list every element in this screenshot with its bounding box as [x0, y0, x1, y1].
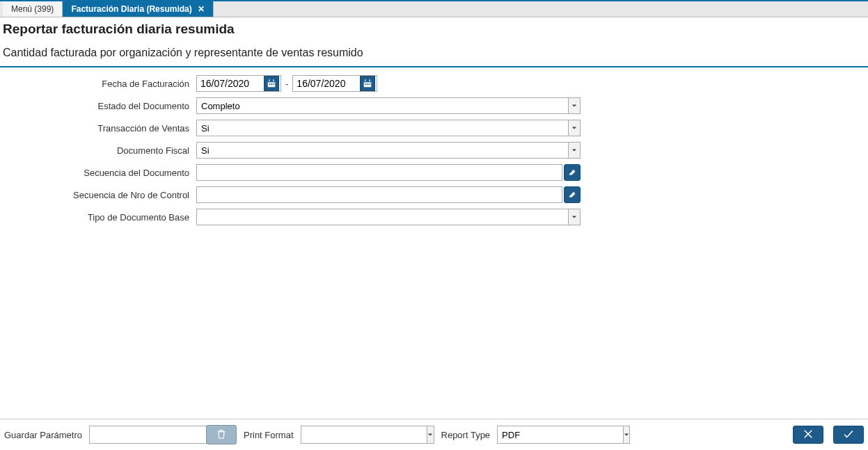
label-transaccion-ventas: Transacción de Ventas — [3, 123, 196, 134]
tab-facturacion-label: Facturación Diaria (Resumida) — [71, 4, 191, 14]
page-title: Reportar facturación diaria resumida — [3, 22, 865, 37]
svg-rect-3 — [273, 79, 274, 81]
combo-transaccion-ventas[interactable] — [196, 120, 581, 136]
page-header: Reportar facturación diaria resumida Can… — [0, 17, 868, 67]
input-report-type[interactable] — [497, 426, 623, 444]
form-area: Fecha de Facturación - Estado del Docume… — [0, 67, 868, 419]
ok-button[interactable] — [833, 426, 864, 444]
cancel-button[interactable] — [793, 426, 823, 444]
input-secuencia-nro-control[interactable] — [196, 186, 562, 203]
calendar-icon[interactable] — [360, 76, 375, 91]
svg-rect-5 — [271, 83, 272, 85]
label-documento-fiscal: Documento Fiscal — [3, 145, 196, 156]
tab-menu-label: Menú (399) — [11, 4, 54, 14]
label-report-type: Report Type — [441, 430, 491, 440]
chevron-down-icon[interactable] — [427, 426, 434, 444]
svg-rect-4 — [269, 83, 271, 85]
tab-menu[interactable]: Menú (399) — [3, 1, 63, 17]
close-icon — [802, 428, 814, 442]
calendar-icon[interactable] — [264, 76, 279, 91]
tab-bar: Menú (399) Facturación Diaria (Resumida)… — [0, 0, 868, 17]
page-subtitle: Cantidad facturada por organización y re… — [3, 47, 865, 59]
input-tipo-documento-base[interactable] — [196, 209, 568, 225]
row-fecha-facturacion: Fecha de Facturación - — [3, 74, 865, 93]
footer-bar: Guardar Parámetro Print Format Report Ty… — [0, 419, 868, 450]
input-estado-documento[interactable] — [196, 97, 568, 114]
svg-rect-11 — [365, 83, 367, 85]
label-print-format: Print Format — [244, 430, 294, 440]
row-transaccion-ventas: Transacción de Ventas — [3, 119, 865, 137]
svg-rect-6 — [273, 83, 274, 85]
chevron-down-icon[interactable] — [623, 426, 630, 444]
input-secuencia-documento[interactable] — [196, 164, 562, 181]
combo-print-format[interactable] — [301, 426, 434, 444]
svg-rect-13 — [370, 83, 371, 85]
svg-rect-12 — [368, 83, 369, 85]
combo-estado-documento[interactable] — [196, 97, 581, 114]
svg-rect-8 — [364, 81, 372, 82]
combo-guardar-parametro[interactable] — [89, 426, 199, 444]
row-documento-fiscal: Documento Fiscal — [3, 141, 865, 159]
delete-button[interactable] — [206, 425, 237, 444]
label-tipo-documento-base: Tipo de Documento Base — [3, 212, 196, 223]
eraser-icon[interactable] — [564, 186, 581, 203]
label-secuencia-documento: Secuencia del Documento — [3, 168, 196, 178]
date-separator: - — [281, 79, 292, 89]
chevron-down-icon[interactable] — [568, 142, 581, 159]
row-tipo-documento-base: Tipo de Documento Base — [3, 208, 865, 226]
label-fecha-facturacion: Fecha de Facturación — [3, 79, 196, 89]
date-from-input[interactable] — [197, 76, 264, 91]
control-fecha-facturacion: - — [196, 75, 377, 92]
svg-rect-1 — [268, 81, 276, 82]
date-to-wrap — [292, 75, 377, 92]
lookup-secuencia-nro-control — [196, 186, 581, 203]
label-secuencia-nro-control: Secuencia de Nro de Control — [3, 190, 196, 200]
date-from-wrap — [196, 75, 281, 92]
svg-rect-2 — [269, 79, 270, 81]
row-secuencia-documento: Secuencia del Documento — [3, 163, 865, 182]
svg-rect-10 — [370, 79, 370, 81]
label-estado-documento: Estado del Documento — [3, 101, 196, 111]
check-icon — [842, 428, 855, 442]
row-estado-documento: Estado del Documento — [3, 97, 865, 115]
svg-rect-9 — [365, 79, 366, 81]
input-transaccion-ventas[interactable] — [196, 120, 568, 136]
combo-documento-fiscal[interactable] — [196, 142, 581, 159]
date-to-input[interactable] — [293, 76, 360, 91]
chevron-down-icon[interactable] — [568, 97, 581, 114]
trash-icon — [216, 428, 227, 442]
input-documento-fiscal[interactable] — [196, 142, 568, 159]
chevron-down-icon[interactable] — [568, 120, 581, 136]
tab-facturacion[interactable]: Facturación Diaria (Resumida) ✕ — [63, 1, 213, 17]
combo-tipo-documento-base[interactable] — [196, 209, 581, 225]
input-print-format[interactable] — [301, 426, 427, 444]
close-icon[interactable]: ✕ — [198, 4, 205, 14]
eraser-icon[interactable] — [564, 164, 581, 181]
row-secuencia-nro-control: Secuencia de Nro de Control — [3, 186, 865, 204]
lookup-secuencia-documento — [196, 164, 581, 181]
chevron-down-icon[interactable] — [568, 209, 581, 225]
input-guardar-parametro[interactable] — [89, 426, 215, 444]
combo-report-type[interactable] — [497, 426, 603, 444]
label-guardar-parametro: Guardar Parámetro — [4, 430, 82, 440]
